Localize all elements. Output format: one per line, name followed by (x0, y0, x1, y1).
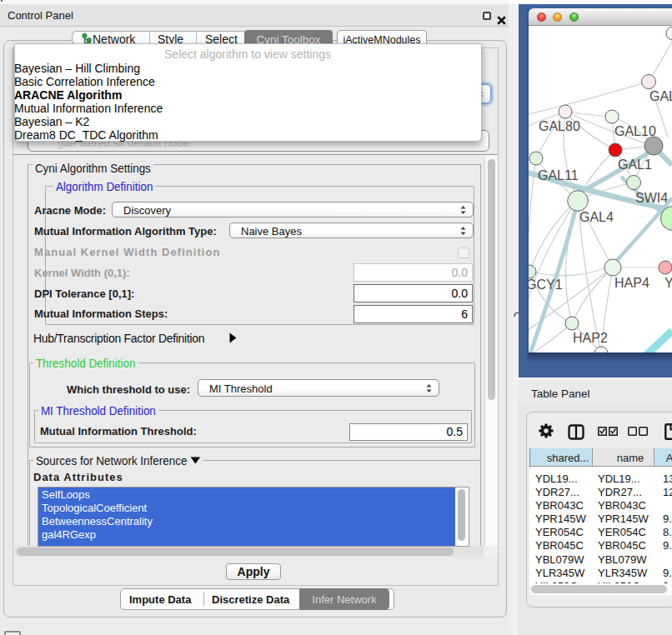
svg-text:GAL4: GAL4 (579, 210, 614, 224)
svg-text:GAL11: GAL11 (538, 168, 579, 182)
svg-text:Y: Y (664, 276, 672, 290)
svg-text:GCY1: GCY1 (529, 278, 563, 292)
svg-text:GAL10: GAL10 (614, 124, 656, 138)
svg-text:GAL: GAL (649, 89, 672, 103)
svg-text:HAP4: HAP4 (614, 276, 649, 290)
svg-text:HAP2: HAP2 (573, 331, 608, 345)
svg-text:GAL1: GAL1 (618, 158, 652, 172)
svg-text:GAL80: GAL80 (539, 119, 580, 133)
svg-text:SWI4: SWI4 (635, 191, 668, 205)
